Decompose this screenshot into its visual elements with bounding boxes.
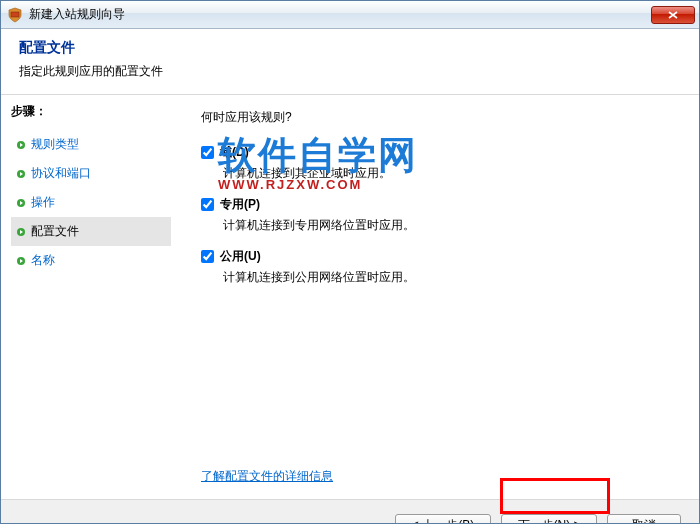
window-close-button[interactable] — [651, 6, 695, 24]
step-protocol-port[interactable]: 协议和端口 — [11, 159, 171, 188]
content-pane: 何时应用该规则? 域(D) 计算机连接到其企业域时应用。 专用(P) 计算机连接… — [181, 95, 699, 499]
step-arrow-icon — [15, 197, 27, 209]
step-action[interactable]: 操作 — [11, 188, 171, 217]
private-checkbox[interactable] — [201, 198, 214, 211]
steps-sidebar: 步骤： 规则类型 协议和端口 操作 配置文件 — [1, 95, 181, 499]
cancel-button[interactable]: 取消 — [607, 514, 681, 525]
step-label: 名称 — [31, 252, 55, 269]
step-label: 协议和端口 — [31, 165, 91, 182]
public-checkbox-desc: 计算机连接到公用网络位置时应用。 — [223, 269, 679, 286]
public-checkbox-label: 公用(U) — [220, 248, 261, 265]
step-arrow-icon — [15, 168, 27, 180]
step-profile[interactable]: 配置文件 — [11, 217, 171, 246]
footer-buttons: < 上一步(B) 下一步(N) > 取消 — [1, 499, 699, 524]
learn-more-link[interactable]: 了解配置文件的详细信息 — [201, 468, 333, 485]
window-title: 新建入站规则向导 — [29, 6, 125, 23]
titlebar: 新建入站规则向导 — [1, 1, 699, 29]
content-question: 何时应用该规则? — [201, 109, 679, 126]
step-arrow-icon — [15, 255, 27, 267]
domain-checkbox[interactable] — [201, 146, 214, 159]
private-checkbox-desc: 计算机连接到专用网络位置时应用。 — [223, 217, 679, 234]
step-arrow-icon — [15, 226, 27, 238]
page-subtitle: 指定此规则应用的配置文件 — [19, 63, 681, 80]
next-button[interactable]: 下一步(N) > — [501, 514, 597, 525]
step-label: 规则类型 — [31, 136, 79, 153]
header-panel: 配置文件 指定此规则应用的配置文件 — [1, 29, 699, 95]
page-title: 配置文件 — [19, 39, 681, 57]
body-area: 步骤： 规则类型 协议和端口 操作 配置文件 — [1, 95, 699, 499]
back-button[interactable]: < 上一步(B) — [395, 514, 491, 525]
app-icon — [7, 7, 23, 23]
private-checkbox-label: 专用(P) — [220, 196, 260, 213]
steps-label: 步骤： — [11, 103, 171, 120]
svg-rect-0 — [11, 12, 19, 17]
checkbox-row-domain: 域(D) — [201, 144, 679, 161]
checkbox-row-private: 专用(P) — [201, 196, 679, 213]
domain-checkbox-desc: 计算机连接到其企业域时应用。 — [223, 165, 679, 182]
close-icon — [668, 11, 678, 19]
domain-checkbox-label: 域(D) — [220, 144, 249, 161]
step-label: 配置文件 — [31, 223, 79, 240]
step-rule-type[interactable]: 规则类型 — [11, 130, 171, 159]
step-label: 操作 — [31, 194, 55, 211]
public-checkbox[interactable] — [201, 250, 214, 263]
step-arrow-icon — [15, 139, 27, 151]
checkbox-row-public: 公用(U) — [201, 248, 679, 265]
step-name[interactable]: 名称 — [11, 246, 171, 275]
